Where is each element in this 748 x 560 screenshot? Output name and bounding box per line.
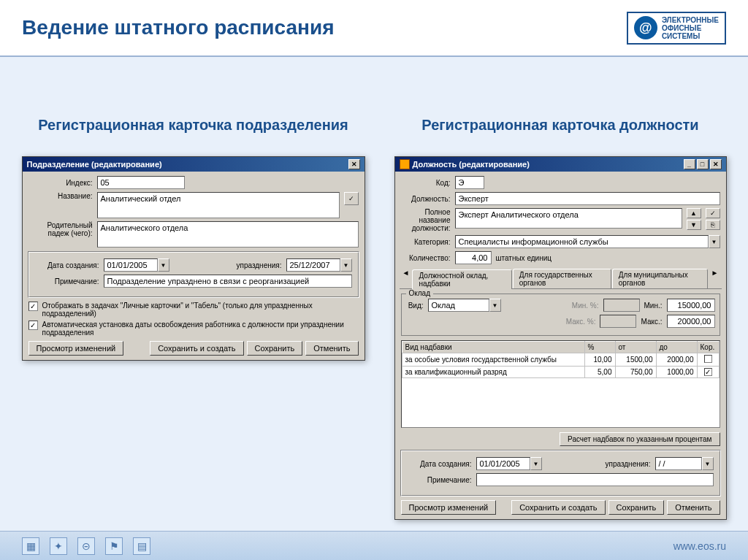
name-input[interactable]: Аналитический отдел: [97, 192, 340, 218]
created-input[interactable]: 01/01/2005: [476, 457, 530, 470]
created-label: Дата создания:: [35, 261, 99, 269]
note-input[interactable]: Подразделение упразднено в связи с реорг…: [104, 275, 352, 288]
qty-input[interactable]: 4,00: [455, 251, 492, 264]
type-select[interactable]: Оклад: [428, 299, 489, 312]
cancel-button[interactable]: Отменить: [305, 341, 358, 356]
th-pct[interactable]: %: [584, 342, 615, 353]
tab-prev-icon[interactable]: ◄: [400, 269, 413, 288]
genitive-label: Родительный падеж (чего):: [28, 221, 93, 237]
spellcheck-icon[interactable]: ✓: [344, 192, 359, 205]
max-label: Макс.:: [641, 318, 662, 326]
spellcheck-icon[interactable]: ✓: [706, 208, 720, 218]
abolished-input[interactable]: 25/12/2007: [286, 258, 340, 272]
genitive-input[interactable]: Аналитического отдела: [97, 221, 359, 248]
category-label: Категория:: [401, 238, 451, 246]
close-icon[interactable]: ✕: [348, 159, 360, 169]
name-label: Название:: [28, 192, 93, 200]
tabs: ◄ Должностной оклад, надбавки Для госуда…: [400, 269, 722, 289]
tab-next-icon[interactable]: ►: [709, 269, 722, 288]
show-in-tasks-checkbox[interactable]: ✓: [28, 302, 38, 311]
footer-icon-3[interactable]: ⊝: [77, 537, 95, 555]
allowances-table[interactable]: Вид надбавки % от до Кор. за особые усло…: [401, 340, 720, 428]
max-pct-label: Макс. %:: [406, 318, 596, 326]
save-create-button[interactable]: Сохранить и создать: [511, 500, 605, 515]
chevron-down-icon[interactable]: ▼: [340, 258, 352, 272]
close-icon[interactable]: ✕: [710, 159, 722, 169]
save-button[interactable]: Сохранить: [608, 500, 665, 515]
save-button[interactable]: Сохранить: [247, 341, 303, 356]
index-label: Индекс:: [28, 179, 93, 187]
post-input[interactable]: Эксперт: [455, 192, 720, 205]
max-input[interactable]: 20000,00: [667, 315, 715, 328]
code-input[interactable]: Э: [455, 176, 484, 189]
fullname-label: Полное название должности:: [401, 208, 451, 232]
window-department: Подразделение (редактирование) ✕ Индекс:…: [22, 156, 365, 361]
logo-line1: ЭЛЕКТРОННЫЕ: [662, 16, 719, 24]
chevron-down-icon[interactable]: ▼: [702, 457, 714, 470]
scroll-down-icon[interactable]: ▼: [687, 220, 701, 230]
th-name[interactable]: Вид надбавки: [402, 342, 584, 353]
minimize-icon[interactable]: _: [684, 159, 695, 169]
footer-icon-2[interactable]: ✦: [50, 537, 67, 555]
corr-checkbox[interactable]: [704, 355, 712, 363]
scroll-up-icon[interactable]: ▲: [687, 208, 701, 218]
category-select[interactable]: Специалисты информационной службы: [455, 235, 709, 248]
index-input[interactable]: 05: [97, 176, 185, 189]
titlebar-title: Подразделение (редактирование): [27, 160, 162, 169]
subtitle-left: Регистрационная карточка подразделения: [38, 115, 348, 134]
view-changes-button[interactable]: Просмотр изменений: [28, 341, 124, 356]
note-input[interactable]: [476, 473, 714, 486]
footer-icon-4[interactable]: ⚑: [105, 537, 123, 555]
table-row[interactable]: за особые условия государственной службы…: [402, 353, 719, 367]
tab-municipal[interactable]: Для муниципальных органов: [612, 269, 708, 288]
auto-release-checkbox[interactable]: ✓: [28, 321, 38, 330]
qty-units: штатных единиц: [496, 254, 552, 262]
page-title: Ведение штатного расписания: [22, 16, 334, 39]
qty-label: Количество:: [401, 254, 451, 262]
min-pct-label: Мин. %:: [505, 302, 599, 310]
post-label: Должность:: [401, 195, 451, 203]
calc-allowances-button[interactable]: Расчет надбавок по указанным процентам: [560, 432, 720, 446]
salary-legend: Оклад: [406, 289, 434, 297]
cancel-button[interactable]: Отменить: [667, 500, 720, 515]
abolished-label: упразднения:: [174, 261, 282, 269]
created-label: Дата создания:: [408, 460, 472, 468]
note-label: Примечание:: [408, 476, 472, 484]
titlebar-department[interactable]: Подразделение (редактирование) ✕: [23, 157, 365, 172]
maximize-icon[interactable]: □: [697, 159, 709, 169]
save-create-button[interactable]: Сохранить и создать: [150, 341, 243, 356]
copy-icon[interactable]: ⎘: [706, 220, 720, 230]
min-input[interactable]: 15000,00: [667, 299, 715, 312]
window-position: Должность (редактирование) _ □ ✕ Код: Э …: [394, 156, 727, 520]
footer: ▦ ✦ ⊝ ⚑ ▤ www.eos.ru: [0, 531, 748, 560]
chevron-down-icon[interactable]: ▼: [709, 235, 720, 248]
th-from[interactable]: от: [615, 342, 656, 353]
chevron-down-icon[interactable]: ▼: [158, 258, 169, 272]
created-input[interactable]: 01/01/2005: [104, 258, 158, 272]
window-icon: [400, 159, 410, 169]
table-row[interactable]: за квалификационный разряд 5,00 750,00 1…: [402, 367, 719, 378]
chevron-down-icon[interactable]: ▼: [530, 457, 542, 470]
chk2-label: Автоматическая установка даты освобожден…: [42, 321, 359, 337]
th-to[interactable]: до: [656, 342, 697, 353]
chevron-down-icon[interactable]: ▼: [489, 299, 501, 312]
abolished-input[interactable]: / /: [655, 457, 702, 470]
footer-link[interactable]: www.eos.ru: [673, 540, 726, 552]
logo: @ ЭЛЕКТРОННЫЕ ОФИСНЫЕ СИСТЕМЫ: [627, 12, 726, 45]
logo-line2: ОФИСНЫЕ: [662, 24, 719, 32]
note-label: Примечание:: [35, 277, 99, 285]
th-corr[interactable]: Кор.: [697, 342, 719, 353]
corr-checkbox[interactable]: ✓: [704, 368, 712, 376]
tab-gov[interactable]: Для государственных органов: [513, 269, 611, 288]
footer-icon-1[interactable]: ▦: [22, 537, 39, 555]
chk1-label: Отображать в задачах "Личные карточки" и…: [42, 302, 359, 318]
fullname-input[interactable]: Эксперт Аналитического отдела: [455, 208, 682, 229]
tab-salary[interactable]: Должностной оклад, надбавки: [412, 269, 511, 289]
view-changes-button[interactable]: Просмотр изменений: [401, 500, 497, 515]
min-pct-input: [603, 299, 640, 312]
abolished-label: упразднения:: [546, 460, 651, 468]
titlebar-position[interactable]: Должность (редактирование) _ □ ✕: [395, 157, 726, 172]
footer-icon-5[interactable]: ▤: [133, 537, 150, 555]
logo-icon: @: [634, 16, 657, 39]
subtitle-right: Регистрационная карточка должности: [421, 115, 698, 134]
